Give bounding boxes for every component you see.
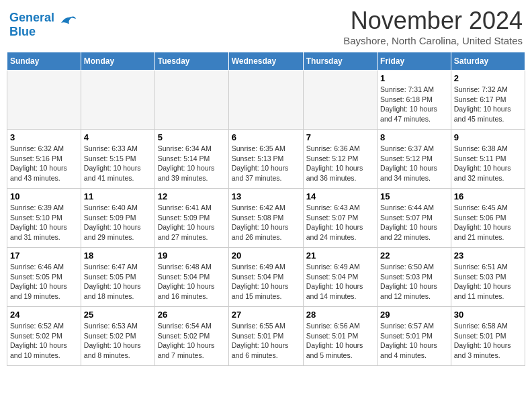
calendar-cell: 4Sunrise: 6:33 AM Sunset: 5:15 PM Daylig…	[81, 130, 154, 189]
calendar-cell: 24Sunrise: 6:52 AM Sunset: 5:02 PM Dayli…	[7, 307, 81, 366]
day-number: 22	[380, 250, 448, 261]
day-info: Sunrise: 6:58 AM Sunset: 5:01 PM Dayligh…	[454, 321, 522, 361]
logo-text: General Blue	[9, 11, 54, 39]
day-number: 9	[454, 132, 522, 142]
calendar-cell: 13Sunrise: 6:42 AM Sunset: 5:08 PM Dayli…	[228, 189, 303, 248]
calendar-cell: 6Sunrise: 6:35 AM Sunset: 5:13 PM Daylig…	[228, 130, 303, 189]
day-info: Sunrise: 6:49 AM Sunset: 5:04 PM Dayligh…	[232, 262, 300, 302]
calendar-cell: 3Sunrise: 6:32 AM Sunset: 5:16 PM Daylig…	[7, 130, 81, 189]
week-row-5: 24Sunrise: 6:52 AM Sunset: 5:02 PM Dayli…	[7, 307, 525, 366]
calendar-cell: 11Sunrise: 6:40 AM Sunset: 5:09 PM Dayli…	[81, 189, 154, 248]
calendar-cell	[228, 71, 303, 130]
day-number: 8	[380, 132, 448, 142]
day-info: Sunrise: 6:39 AM Sunset: 5:10 PM Dayligh…	[10, 203, 78, 242]
day-number: 19	[158, 250, 226, 261]
day-info: Sunrise: 6:55 AM Sunset: 5:01 PM Dayligh…	[232, 321, 300, 361]
day-number: 4	[84, 132, 152, 142]
day-number: 10	[10, 191, 78, 201]
day-number: 29	[380, 310, 448, 320]
weekday-header-tuesday: Tuesday	[154, 52, 228, 71]
day-number: 1	[380, 73, 448, 83]
calendar-cell	[81, 71, 154, 130]
calendar-cell: 9Sunrise: 6:38 AM Sunset: 5:11 PM Daylig…	[451, 130, 525, 189]
day-number: 26	[158, 310, 226, 320]
day-info: Sunrise: 6:50 AM Sunset: 5:03 PM Dayligh…	[380, 262, 448, 302]
calendar-table: SundayMondayTuesdayWednesdayThursdayFrid…	[7, 52, 525, 366]
day-number: 17	[10, 250, 78, 261]
day-number: 23	[454, 250, 522, 261]
day-info: Sunrise: 7:32 AM Sunset: 6:17 PM Dayligh…	[454, 85, 522, 124]
day-info: Sunrise: 6:46 AM Sunset: 5:05 PM Dayligh…	[10, 262, 78, 302]
calendar-cell: 8Sunrise: 6:37 AM Sunset: 5:12 PM Daylig…	[378, 130, 451, 189]
day-number: 28	[306, 310, 374, 320]
day-info: Sunrise: 6:43 AM Sunset: 5:07 PM Dayligh…	[306, 203, 374, 242]
day-number: 2	[454, 73, 522, 83]
day-info: Sunrise: 6:47 AM Sunset: 5:05 PM Dayligh…	[84, 262, 152, 302]
calendar-cell: 20Sunrise: 6:49 AM Sunset: 5:04 PM Dayli…	[228, 248, 303, 307]
calendar-cell: 18Sunrise: 6:47 AM Sunset: 5:05 PM Dayli…	[81, 248, 154, 307]
day-number: 16	[454, 191, 522, 201]
weekday-header-monday: Monday	[81, 52, 154, 71]
day-info: Sunrise: 7:31 AM Sunset: 6:18 PM Dayligh…	[380, 85, 448, 124]
day-info: Sunrise: 6:32 AM Sunset: 5:16 PM Dayligh…	[10, 144, 78, 183]
day-info: Sunrise: 6:48 AM Sunset: 5:04 PM Dayligh…	[158, 262, 226, 302]
calendar-cell: 22Sunrise: 6:50 AM Sunset: 5:03 PM Dayli…	[378, 248, 451, 307]
weekday-header-friday: Friday	[378, 52, 451, 71]
calendar-cell: 29Sunrise: 6:57 AM Sunset: 5:01 PM Dayli…	[378, 307, 451, 366]
weekday-header-thursday: Thursday	[303, 52, 377, 71]
calendar-cell: 28Sunrise: 6:56 AM Sunset: 5:01 PM Dayli…	[303, 307, 377, 366]
calendar-cell: 10Sunrise: 6:39 AM Sunset: 5:10 PM Dayli…	[7, 189, 81, 248]
day-info: Sunrise: 6:37 AM Sunset: 5:12 PM Dayligh…	[380, 144, 448, 183]
day-number: 27	[232, 310, 300, 320]
day-info: Sunrise: 6:44 AM Sunset: 5:07 PM Dayligh…	[380, 203, 448, 242]
day-number: 20	[232, 250, 300, 261]
day-info: Sunrise: 6:34 AM Sunset: 5:14 PM Dayligh…	[158, 144, 226, 183]
calendar-cell	[154, 71, 228, 130]
day-info: Sunrise: 6:56 AM Sunset: 5:01 PM Dayligh…	[306, 321, 374, 361]
title-block: November 2024 Bayshore, North Carolina, …	[343, 7, 523, 46]
day-info: Sunrise: 6:38 AM Sunset: 5:11 PM Dayligh…	[454, 144, 522, 183]
day-info: Sunrise: 6:41 AM Sunset: 5:09 PM Dayligh…	[158, 203, 226, 242]
day-info: Sunrise: 6:52 AM Sunset: 5:02 PM Dayligh…	[10, 321, 78, 361]
week-row-4: 17Sunrise: 6:46 AM Sunset: 5:05 PM Dayli…	[7, 248, 525, 307]
day-info: Sunrise: 6:42 AM Sunset: 5:08 PM Dayligh…	[232, 203, 300, 242]
calendar-cell: 19Sunrise: 6:48 AM Sunset: 5:04 PM Dayli…	[154, 248, 228, 307]
day-info: Sunrise: 6:33 AM Sunset: 5:15 PM Dayligh…	[84, 144, 152, 183]
day-info: Sunrise: 6:51 AM Sunset: 5:03 PM Dayligh…	[454, 262, 522, 302]
day-number: 18	[84, 250, 152, 261]
day-number: 12	[158, 191, 226, 201]
calendar-cell: 23Sunrise: 6:51 AM Sunset: 5:03 PM Dayli…	[451, 248, 525, 307]
day-number: 24	[10, 310, 78, 320]
calendar-cell: 7Sunrise: 6:36 AM Sunset: 5:12 PM Daylig…	[303, 130, 377, 189]
calendar-cell: 12Sunrise: 6:41 AM Sunset: 5:09 PM Dayli…	[154, 189, 228, 248]
location-text: Bayshore, North Carolina, United States	[343, 35, 523, 46]
calendar-cell	[303, 71, 377, 130]
day-number: 21	[306, 250, 374, 261]
calendar-cell: 16Sunrise: 6:45 AM Sunset: 5:06 PM Dayli…	[451, 189, 525, 248]
day-number: 5	[158, 132, 226, 142]
calendar-cell: 27Sunrise: 6:55 AM Sunset: 5:01 PM Dayli…	[228, 307, 303, 366]
calendar-cell: 21Sunrise: 6:49 AM Sunset: 5:04 PM Dayli…	[303, 248, 377, 307]
day-info: Sunrise: 6:49 AM Sunset: 5:04 PM Dayligh…	[306, 262, 374, 302]
logo: General Blue	[9, 11, 77, 39]
day-info: Sunrise: 6:53 AM Sunset: 5:02 PM Dayligh…	[84, 321, 152, 361]
logo-bird-icon	[56, 11, 77, 32]
weekday-header-row: SundayMondayTuesdayWednesdayThursdayFrid…	[7, 52, 525, 71]
day-number: 6	[232, 132, 300, 142]
day-info: Sunrise: 6:57 AM Sunset: 5:01 PM Dayligh…	[380, 321, 448, 361]
day-info: Sunrise: 6:36 AM Sunset: 5:12 PM Dayligh…	[306, 144, 374, 183]
day-number: 30	[454, 310, 522, 320]
day-number: 15	[380, 191, 448, 201]
day-number: 25	[84, 310, 152, 320]
page-header: General Blue November 2024 Bayshore, Nor…	[7, 7, 525, 46]
day-info: Sunrise: 6:45 AM Sunset: 5:06 PM Dayligh…	[454, 203, 522, 242]
calendar-cell: 2Sunrise: 7:32 AM Sunset: 6:17 PM Daylig…	[451, 71, 525, 130]
week-row-2: 3Sunrise: 6:32 AM Sunset: 5:16 PM Daylig…	[7, 130, 525, 189]
day-number: 7	[306, 132, 374, 142]
weekday-header-sunday: Sunday	[7, 52, 81, 71]
month-title: November 2024	[343, 7, 523, 35]
calendar-cell	[7, 71, 81, 130]
week-row-3: 10Sunrise: 6:39 AM Sunset: 5:10 PM Dayli…	[7, 189, 525, 248]
day-number: 11	[84, 191, 152, 201]
day-info: Sunrise: 6:40 AM Sunset: 5:09 PM Dayligh…	[84, 203, 152, 242]
